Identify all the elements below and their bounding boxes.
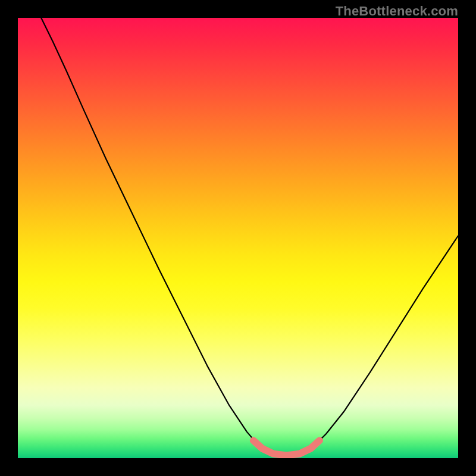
- watermark: TheBottleneck.com: [336, 4, 458, 19]
- bottleneck-curve: [41, 18, 458, 456]
- valley-highlight: [253, 440, 320, 455]
